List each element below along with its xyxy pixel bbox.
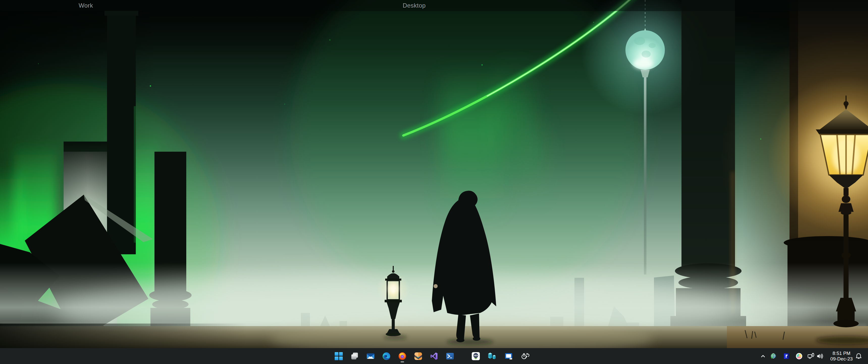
powershell-icon: [446, 352, 454, 361]
edge-icon: [382, 352, 391, 361]
clock[interactable]: 8:51 PM 09-Dec-23: [829, 351, 854, 362]
idm-globe-icon: [770, 353, 777, 360]
volume-button[interactable]: [815, 350, 825, 362]
start-button[interactable]: [333, 349, 344, 363]
wallpaper: [0, 0, 868, 348]
mail-button[interactable]: [365, 349, 376, 363]
server-stack-button[interactable]: [486, 349, 498, 363]
task-view-icon: [350, 352, 359, 361]
taskbar-group-spacer: [456, 356, 470, 356]
clock-time: 8:51 PM: [829, 351, 854, 356]
network-wired-icon: [807, 353, 814, 360]
ninja-agent-icon: [471, 352, 480, 361]
notifications-button[interactable]: [854, 350, 864, 362]
blue-f-app-tray-button[interactable]: [782, 350, 791, 362]
network-button[interactable]: [806, 350, 815, 362]
firefox-button[interactable]: [397, 349, 408, 363]
taskbar: 8:51 PM 09-Dec-23: [0, 348, 868, 364]
ground: [0, 321, 868, 348]
desktop-screen: Work Desktop: [0, 0, 868, 364]
mkvtoolnix-button[interactable]: [412, 349, 424, 363]
firefox-icon: [398, 352, 407, 361]
firefox-running-indicator: [401, 361, 404, 363]
visual-studio-icon: [430, 352, 438, 361]
chevron-up-icon: [760, 353, 767, 360]
server-stack-icon: [488, 352, 496, 361]
bell-icon: [855, 353, 863, 360]
mkvtoolnix-icon: [414, 352, 423, 361]
visual-studio-button[interactable]: [428, 349, 440, 363]
volume-icon: [816, 353, 824, 360]
stopwatch-wrench-icon: [521, 352, 529, 361]
idm-tray-button[interactable]: [769, 350, 778, 362]
task-view-button[interactable]: [349, 349, 361, 363]
system-tray: 8:51 PM 09-Dec-23: [759, 348, 868, 364]
powershell-button[interactable]: [444, 349, 456, 363]
color-wheel-app-tray-button[interactable]: [795, 350, 804, 362]
desktop-label-desktop[interactable]: Desktop: [403, 2, 426, 9]
clock-date: 09-Dec-23: [829, 356, 854, 362]
wallpaper-art: [0, 0, 868, 348]
mail-icon: [366, 352, 375, 361]
remote-desktop-button[interactable]: [503, 349, 515, 363]
remote-desktop-icon: [504, 352, 513, 361]
blue-f-app-icon: [783, 353, 790, 360]
desktop-label-work[interactable]: Work: [79, 2, 93, 9]
taskbar-center: [333, 348, 531, 364]
start-icon: [334, 352, 343, 361]
ninja-agent-button[interactable]: [470, 349, 482, 363]
task-view-band: Work Desktop: [0, 0, 868, 11]
edge-button[interactable]: [381, 349, 392, 363]
stopwatch-wrench-button[interactable]: [519, 349, 531, 363]
show-hidden-icons-button[interactable]: [759, 350, 767, 362]
color-wheel-icon: [796, 353, 803, 360]
